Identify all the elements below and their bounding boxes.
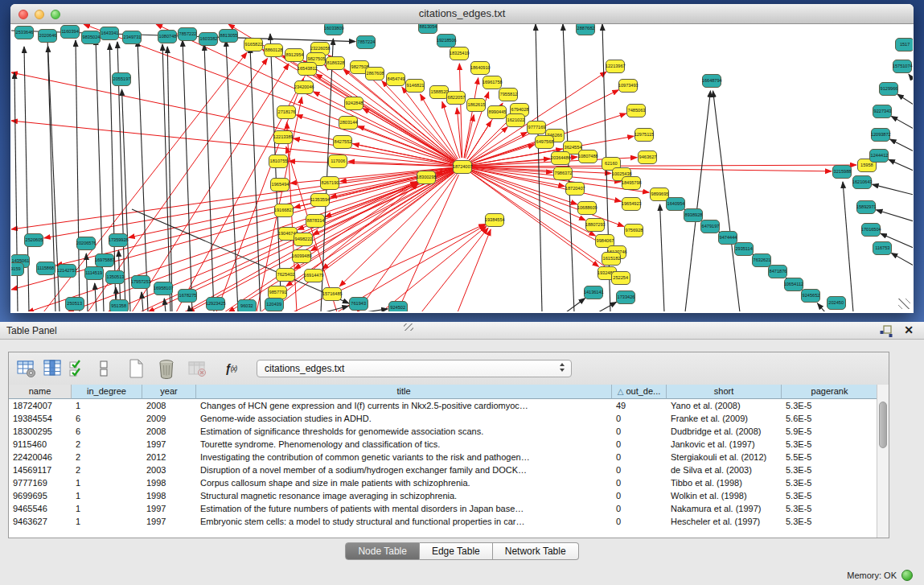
graph-node[interactable]: 8454749	[386, 72, 405, 86]
graph-node[interactable]: 18640910	[470, 61, 490, 75]
window-titlebar[interactable]: citations_edges.txt	[10, 4, 914, 24]
table-row[interactable]: 1938455462009Genome-wide association stu…	[9, 412, 889, 425]
column-header-name[interactable]: name	[9, 385, 72, 399]
graph-node[interactable]: 17016504	[861, 223, 881, 237]
graph-node[interactable]: 16914479	[304, 269, 323, 282]
table-settings-icon[interactable]	[15, 357, 38, 380]
graph-node[interactable]: 9463627	[638, 150, 657, 164]
window-close-icon[interactable]	[18, 10, 28, 19]
graph-node[interactable]: 18325419	[450, 47, 469, 60]
graph-node[interactable]: 12975115	[634, 128, 654, 142]
graph-node[interactable]: 1862615	[466, 98, 486, 112]
graph-node[interactable]: 16975887	[95, 253, 114, 267]
graph-node[interactable]: 10688609	[577, 201, 597, 215]
vertical-scrollbar[interactable]	[877, 385, 889, 538]
table-row[interactable]: 946362711997Embryonic stem cells: a mode…	[9, 515, 889, 528]
close-panel-icon[interactable]: ✕	[904, 324, 914, 336]
graph-node[interactable]: 18300295	[417, 171, 436, 184]
graph-node[interactable]: 1114519	[84, 266, 104, 280]
graph-node[interactable]: 15892971	[856, 200, 876, 214]
graph-node[interactable]: 12213967	[606, 60, 625, 73]
graph-node[interactable]: 117006	[328, 154, 347, 168]
graph-node[interactable]: 252254	[611, 271, 630, 285]
tab-edge-table[interactable]: Edge Table	[420, 542, 493, 560]
graph-node[interactable]: 1733426	[616, 290, 635, 304]
column-select-icon[interactable]	[67, 357, 89, 380]
graph-node[interactable]: 8813054	[418, 24, 437, 34]
graph-node[interactable]: 16961758	[483, 76, 502, 89]
graph-node[interactable]: 1603382	[199, 32, 218, 46]
graph-node[interactable]: 9756928	[624, 224, 643, 237]
column-header-pagerank[interactable]: pagerank	[782, 385, 878, 399]
graph-node[interactable]: 924502	[388, 301, 408, 312]
tab-network-table[interactable]: Network Table	[493, 542, 579, 560]
graph-node[interactable]: 10807488	[578, 150, 598, 163]
graph-node[interactable]: 17359928	[109, 233, 128, 247]
column-header-out_de[interactable]: △ out_de...	[612, 385, 667, 399]
table-row[interactable]: 977716911998Corpus callosum shape and si…	[9, 476, 889, 489]
graph-node[interactable]: 12923425	[206, 297, 225, 311]
float-panel-icon[interactable]	[879, 324, 893, 341]
graph-node[interactable]: 7955812	[499, 88, 518, 101]
column-header-year[interactable]: year	[142, 385, 196, 399]
graph-node[interactable]: 2533646	[14, 26, 34, 39]
graph-node[interactable]: 2867608	[365, 67, 384, 80]
table-row[interactable]: 946554611997Estimation of the future num…	[9, 502, 889, 515]
graph-node[interactable]: 19218506	[437, 34, 456, 47]
graph-node[interactable]: 951358	[109, 299, 129, 312]
tab-node-table[interactable]: Node Table	[345, 542, 420, 560]
new-table-icon[interactable]	[125, 357, 147, 380]
graph-node[interactable]: 7625402	[276, 268, 295, 282]
splitter-grip-icon[interactable]	[404, 323, 413, 331]
graph-node[interactable]: 9165822	[244, 38, 263, 51]
graph-node[interactable]: 16033809	[324, 24, 343, 35]
window-zoom-icon[interactable]	[51, 10, 60, 19]
table-row[interactable]: 1872400712008Changes of HCN gene express…	[9, 399, 889, 412]
graph-node[interactable]: 12093872	[871, 128, 890, 142]
graph-node[interactable]: 1115868	[36, 262, 55, 275]
graph-node[interactable]: 8878314	[306, 214, 325, 228]
graph-node[interactable]: 19384554	[485, 213, 504, 227]
graph-node[interactable]: 8990445	[487, 105, 507, 119]
graph-node[interactable]: 9245652	[801, 289, 820, 303]
table-row[interactable]: 969969511998Structural magnetic resonanc…	[9, 489, 889, 502]
graph-node[interactable]: 11353594	[310, 193, 330, 207]
graph-node[interactable]: 96032	[237, 299, 257, 312]
graph-node[interactable]: 9777169	[527, 121, 546, 134]
graph-node[interactable]: 9242848	[344, 97, 363, 110]
graph-node[interactable]: 16210643	[852, 175, 872, 189]
graph-node[interactable]: 8912954	[285, 48, 304, 62]
graph-node[interactable]: 19166827	[274, 204, 294, 217]
graph-node[interactable]: 8471876	[768, 265, 787, 278]
graph-node[interactable]: 12142757	[57, 264, 76, 278]
graph-node[interactable]: 10654112	[784, 278, 803, 291]
window-minimize-icon[interactable]	[35, 10, 44, 19]
graph-node[interactable]: 23420046	[294, 80, 314, 94]
graph-node[interactable]: 2020646	[38, 29, 57, 43]
graph-node[interactable]: 6822057	[446, 91, 466, 105]
graph-node[interactable]: 9129966	[879, 82, 898, 96]
graph-node[interactable]: 15716485	[322, 287, 342, 301]
graph-node[interactable]: 15751074	[893, 60, 912, 73]
graph-node[interactable]: 18724007	[453, 160, 472, 174]
graph-node[interactable]: 7632621	[752, 253, 771, 267]
graph-node[interactable]: 6497568	[535, 135, 554, 149]
function-builder-icon[interactable]: ƒ(x)	[220, 357, 242, 380]
graph-node[interactable]: 2718176	[277, 105, 296, 119]
graph-node[interactable]: 1080748	[158, 30, 177, 43]
graph-node[interactable]: 7485063	[626, 104, 646, 117]
graph-node[interactable]: 20206576	[76, 237, 96, 250]
graph-node[interactable]: 1640954	[666, 197, 685, 211]
graph-node[interactable]: 1678275	[178, 289, 197, 303]
graph-node[interactable]: 18720407	[565, 182, 585, 196]
graph-node[interactable]: 2935114	[734, 242, 754, 256]
graph-node[interactable]: 8186328	[326, 56, 345, 70]
graph-node[interactable]: 1244412	[869, 149, 889, 163]
graph-node[interactable]: 9474444	[718, 231, 737, 245]
table-row[interactable]: 1830029562008Estimation of significance …	[9, 425, 889, 438]
network-view-window[interactable]: citations_edges.txt 18724007183002959165…	[10, 4, 914, 313]
graph-node[interactable]: 14136141	[584, 286, 603, 299]
graph-node[interactable]: 2520605	[24, 233, 43, 247]
delete-rows-icon[interactable]	[155, 357, 178, 380]
graph-node[interactable]: 16958107	[154, 282, 173, 295]
